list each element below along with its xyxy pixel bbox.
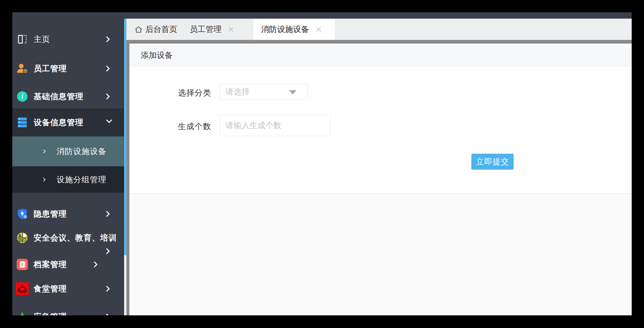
- sidebar-item-label: 员工管理: [34, 63, 67, 74]
- sidebar-item-employees[interactable]: 员工管理: [12, 55, 124, 82]
- sidebar-item-label: 档案管理: [34, 259, 67, 270]
- count-label: 生成个数: [141, 121, 211, 132]
- tab-fire-equipment[interactable]: 消防设施设备: [253, 19, 335, 40]
- sidebar: 主页 员工管理 i 基础信息管理: [12, 12, 124, 315]
- info-icon: i: [16, 90, 29, 103]
- close-icon[interactable]: [315, 26, 322, 33]
- tab-employee-management[interactable]: 员工管理: [190, 19, 234, 40]
- tab-dashboard-home[interactable]: 后台首页: [135, 19, 177, 40]
- chevron-right-icon: [105, 65, 110, 72]
- chevron-right-icon: [43, 177, 46, 182]
- close-icon[interactable]: [228, 26, 234, 33]
- sidebar-item-safety-meetings[interactable]: $ 安全会议、教育、培训: [12, 224, 124, 252]
- svg-text:i: i: [21, 92, 24, 100]
- submit-button[interactable]: 立即提交: [471, 154, 514, 170]
- sidebar-item-label: 隐患管理: [34, 209, 67, 219]
- sidebar-subitem-label: 设施分组管理: [57, 174, 106, 185]
- home-pages-icon: [16, 33, 29, 46]
- sidebar-scrollbar-thumb[interactable]: [124, 19, 126, 255]
- tab-label: 消防设施设备: [261, 24, 309, 35]
- tab-label: 后台首页: [145, 24, 177, 35]
- home-icon: [135, 26, 142, 33]
- category-select[interactable]: [220, 84, 308, 100]
- sidebar-item-label: 设备信息管理: [34, 117, 83, 128]
- sidebar-item-archives[interactable]: 档案管理: [12, 250, 124, 278]
- chevron-right-icon: [93, 261, 98, 268]
- chevron-right-icon: [105, 210, 110, 218]
- count-field-wrap: [220, 115, 331, 136]
- sidebar-item-label: 安全会议、教育、培训: [34, 233, 117, 243]
- main-content: 添加设备 选择分类 生成个数 立即提交: [129, 44, 632, 315]
- content-top-divider: [126, 40, 632, 44]
- chevron-right-icon: [105, 313, 110, 315]
- svg-text:$: $: [19, 239, 21, 242]
- emergency-triangle-icon: [16, 310, 29, 315]
- employee-icon: [16, 62, 29, 75]
- sidebar-item-label: 基础信息管理: [34, 91, 83, 102]
- sidebar-subitem-fire-equipment[interactable]: 消防设施设备: [12, 136, 124, 166]
- sidebar-item-home[interactable]: 主页: [12, 25, 124, 53]
- chevron-right-icon: [105, 93, 110, 100]
- card-title: 添加设备: [129, 44, 632, 67]
- chevron-down-icon: [105, 119, 110, 126]
- sidebar-subitem-label: 消防设施设备: [57, 146, 106, 157]
- chevron-right-icon: [105, 285, 110, 292]
- screenshot-frame: 主页 员工管理 i 基础信息管理: [0, 0, 644, 328]
- sidebar-item-canteen[interactable]: 食堂管理: [12, 275, 124, 303]
- sidebar-scrollbar-track[interactable]: [124, 19, 126, 315]
- sidebar-subitem-facility-groups[interactable]: 设施分组管理: [12, 166, 124, 193]
- count-input[interactable]: [220, 115, 330, 136]
- sidebar-item-label: 食堂管理: [34, 283, 67, 294]
- category-label: 选择分类: [141, 87, 211, 98]
- tab-label: 员工管理: [190, 24, 222, 35]
- archive-doc-icon: [16, 258, 29, 271]
- layers-icon: [16, 116, 29, 129]
- sidebar-item-basic-info[interactable]: i 基础信息管理: [12, 82, 124, 110]
- sidebar-item-label: 应急管理: [34, 311, 67, 315]
- tab-bar: 后台首页 员工管理 消防设施设备: [126, 19, 632, 40]
- caret-down-icon: [289, 90, 296, 94]
- content-left-divider: [126, 44, 129, 315]
- chevron-right-icon: [43, 149, 46, 154]
- sidebar-item-device-info[interactable]: 设备信息管理: [12, 108, 124, 136]
- app-window: 主页 员工管理 i 基础信息管理: [12, 12, 632, 315]
- add-device-card: 添加设备 选择分类 生成个数 立即提交: [129, 44, 632, 194]
- shield-gear-icon: [16, 208, 29, 220]
- canteen-cloche-icon: [16, 282, 29, 295]
- sidebar-item-emergency[interactable]: 应急管理: [12, 303, 124, 315]
- sidebar-item-label: 主页: [34, 34, 50, 45]
- meeting-quadrant-icon: $: [16, 232, 29, 244]
- chevron-right-icon: [105, 36, 110, 43]
